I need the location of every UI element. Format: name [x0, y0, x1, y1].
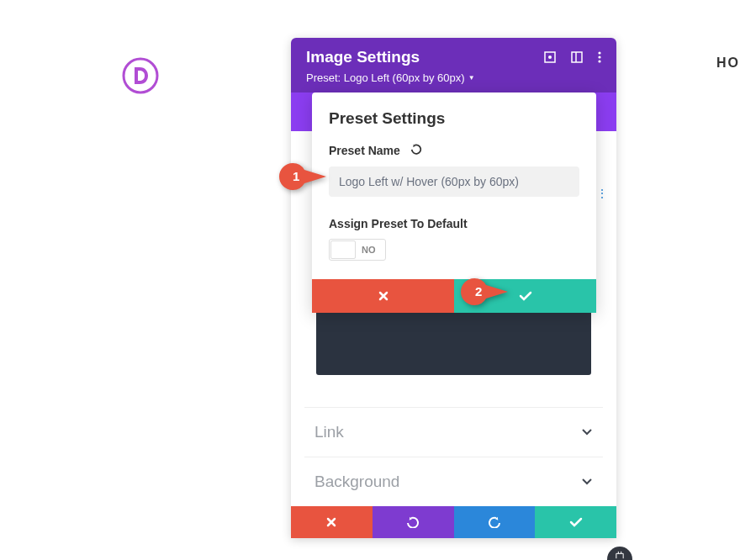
callout-2-num: 2 [475, 284, 482, 298]
chevron-down-icon [581, 476, 593, 488]
panel-header: Image Settings Preset: Logo Left (60px b… [291, 38, 616, 92]
preset-settings-popup: Preset Settings Preset Name Assign Prese… [312, 92, 596, 313]
save-button[interactable] [535, 506, 616, 538]
svg-point-2 [548, 55, 552, 59]
svg-rect-3 [572, 52, 582, 62]
bottom-action-bar [291, 506, 616, 538]
options-dots-peek[interactable]: ⋮ [596, 187, 608, 200]
toggle-text: NO [362, 245, 376, 255]
svg-point-6 [598, 55, 600, 58]
help-bubble[interactable] [607, 547, 632, 560]
panel-title: Image Settings [306, 48, 420, 66]
preset-action-bar [312, 279, 596, 313]
svg-point-7 [598, 60, 600, 62]
toggle-knob [330, 240, 356, 259]
cancel-button[interactable] [291, 506, 373, 538]
nav-text-fragment: HO [716, 55, 740, 71]
callout-2: 2 [461, 278, 510, 305]
svg-point-0 [124, 59, 157, 92]
accordion-link-label: Link [314, 423, 344, 441]
kebab-menu-icon[interactable] [598, 51, 601, 63]
preset-popup-title: Preset Settings [329, 109, 579, 128]
callout-1-num: 1 [293, 169, 299, 183]
preset-name-label: Preset Name [329, 144, 400, 157]
undo-button[interactable] [373, 506, 454, 538]
assign-default-toggle[interactable]: NO [329, 239, 386, 261]
accordion-background-label: Background [314, 473, 399, 491]
assign-default-label: Assign Preset To Default [329, 217, 579, 230]
expand-icon[interactable] [544, 51, 556, 63]
accordion: Link Background [291, 407, 616, 506]
panel-layout-icon[interactable] [571, 51, 583, 63]
divi-logo [122, 57, 159, 94]
preset-cancel-button[interactable] [312, 279, 454, 313]
preset-dropdown[interactable]: Preset: Logo Left (60px by 60px) ▼ [306, 71, 601, 84]
preset-line-text: Preset: Logo Left (60px by 60px) [306, 71, 465, 84]
caret-down-icon: ▼ [468, 74, 475, 82]
chevron-down-icon [581, 426, 593, 438]
accordion-background[interactable]: Background [304, 457, 603, 506]
accordion-link[interactable]: Link [304, 407, 603, 457]
reset-icon[interactable] [410, 143, 422, 158]
redo-button[interactable] [454, 506, 536, 538]
callout-1: 1 [279, 163, 328, 190]
svg-point-5 [598, 51, 600, 54]
preset-name-input[interactable] [329, 166, 579, 197]
